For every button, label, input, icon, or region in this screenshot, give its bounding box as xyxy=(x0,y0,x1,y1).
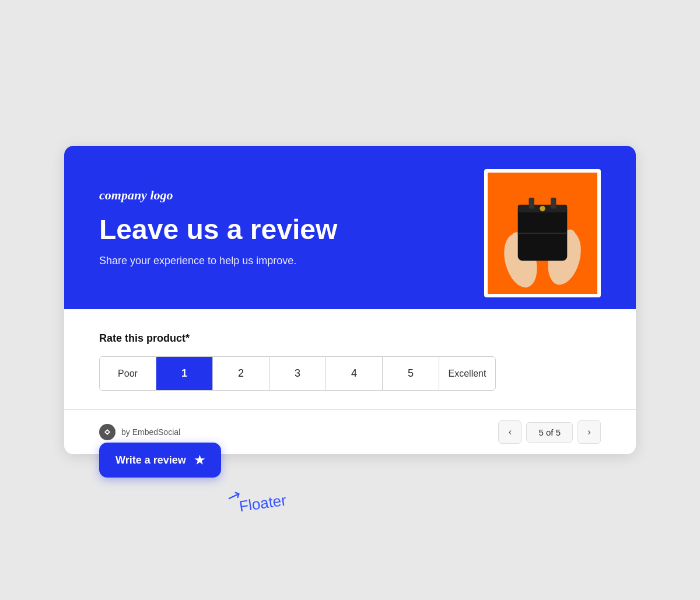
next-button[interactable]: › xyxy=(578,420,601,444)
rating-label-excellent: Excellent xyxy=(439,358,495,390)
pagination: ‹ 5 of 5 › xyxy=(498,420,601,444)
branding-text: by EmbedSocial xyxy=(121,427,180,437)
rating-option-1[interactable]: 1 xyxy=(156,357,213,390)
rating-option-2[interactable]: 2 xyxy=(213,357,270,390)
prev-button[interactable]: ‹ xyxy=(498,420,522,444)
rating-label-poor: Poor xyxy=(100,358,156,390)
annotation-text: Floater xyxy=(238,492,287,516)
banner-subtitle: Share your experience to help us improve… xyxy=(99,255,379,267)
svg-rect-8 xyxy=(551,198,556,209)
pagination-count: 5 of 5 xyxy=(526,422,573,443)
form-section: Rate this product* Poor 1 2 3 4 5 Excell… xyxy=(64,309,636,409)
review-card: company logo Leave us a review Share you… xyxy=(64,146,636,454)
write-review-floater[interactable]: Write a review ★ xyxy=(99,443,221,478)
embedsocial-logo-icon xyxy=(99,424,116,440)
annotation-arrow-icon: ↗ xyxy=(225,485,244,507)
floater-star-icon: ★ xyxy=(194,453,205,467)
floater-label: Write a review xyxy=(116,454,186,466)
rating-option-5[interactable]: 5 xyxy=(383,357,439,390)
banner-title: Leave us a review xyxy=(99,215,391,245)
banner-section: company logo Leave us a review Share you… xyxy=(64,146,636,309)
rate-label: Rate this product* xyxy=(99,332,601,345)
page-wrapper: company logo Leave us a review Share you… xyxy=(64,146,636,454)
product-image xyxy=(484,169,601,297)
rating-option-3[interactable]: 3 xyxy=(270,357,326,390)
branding: by EmbedSocial xyxy=(99,424,180,440)
svg-point-6 xyxy=(540,206,545,211)
rating-option-4[interactable]: 4 xyxy=(326,357,383,390)
rating-scale: Poor 1 2 3 4 5 Excellent xyxy=(99,356,496,391)
svg-point-10 xyxy=(106,431,108,433)
svg-rect-7 xyxy=(529,198,534,209)
